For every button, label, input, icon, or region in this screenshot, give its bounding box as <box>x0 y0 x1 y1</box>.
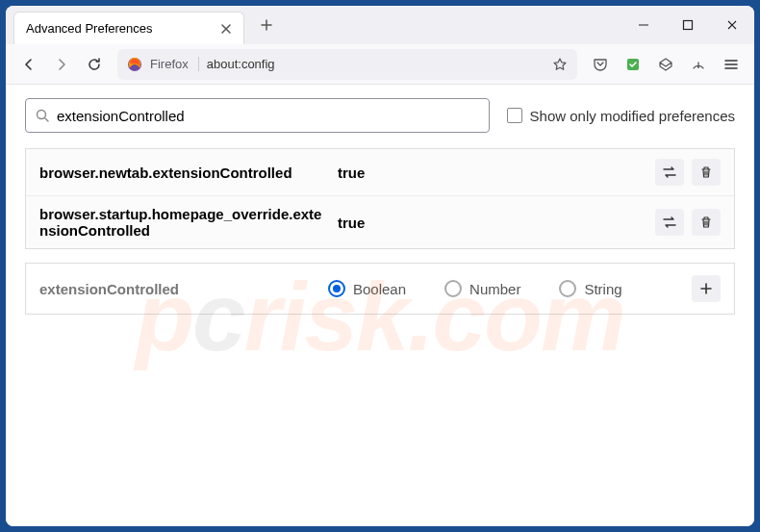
search-box[interactable] <box>25 98 490 133</box>
pref-value: true <box>338 215 646 231</box>
new-pref-name: extensionControlled <box>39 281 328 297</box>
radio-label: Number <box>469 281 520 297</box>
extension-icon[interactable] <box>618 49 648 80</box>
radio-boolean[interactable]: Boolean <box>328 280 406 297</box>
pref-actions <box>655 159 721 186</box>
svg-point-4 <box>38 111 46 119</box>
radio-icon <box>559 280 576 297</box>
maximize-button[interactable] <box>666 6 710 44</box>
back-button[interactable] <box>13 49 44 80</box>
reload-button[interactable] <box>79 49 110 80</box>
toggle-button[interactable] <box>655 159 684 186</box>
search-input[interactable] <box>57 108 479 124</box>
window-controls <box>621 6 754 44</box>
toggle-button[interactable] <box>655 209 684 236</box>
svg-point-3 <box>697 66 699 68</box>
radio-icon <box>328 280 345 297</box>
radio-icon <box>444 280 462 297</box>
forward-button[interactable] <box>46 49 77 80</box>
minimize-button[interactable] <box>621 6 666 44</box>
browser-window: Advanced Preferences <box>6 6 754 526</box>
radio-number[interactable]: Number <box>444 280 520 297</box>
checkbox-icon <box>507 108 522 123</box>
add-pref-button[interactable] <box>692 275 721 302</box>
config-content: pcrisk.com Show only modified preference… <box>6 85 754 526</box>
pref-name: browser.newtab.extensionControlled <box>39 165 328 181</box>
pref-list: browser.newtab.extensionControlled true … <box>25 148 735 249</box>
new-pref-row: extensionControlled Boolean Number Strin… <box>25 263 735 315</box>
search-icon <box>36 109 49 122</box>
url-bar[interactable]: Firefox about:config <box>117 49 577 80</box>
account-icon[interactable] <box>650 49 681 80</box>
pref-row[interactable]: browser.startup.homepage_override.extens… <box>26 195 734 248</box>
radio-label: Boolean <box>353 281 406 297</box>
nav-toolbar: Firefox about:config <box>6 44 754 85</box>
type-radio-group: Boolean Number String <box>328 280 692 297</box>
radio-string[interactable]: String <box>559 280 621 297</box>
svg-rect-0 <box>684 21 693 30</box>
close-window-button[interactable] <box>710 6 754 44</box>
delete-button[interactable] <box>692 209 721 236</box>
pref-row[interactable]: browser.newtab.extensionControlled true <box>26 149 734 195</box>
identity-label: Firefox <box>150 57 199 71</box>
search-row: Show only modified preferences <box>25 98 735 133</box>
menu-icon[interactable] <box>716 49 747 80</box>
gauge-icon[interactable] <box>683 49 714 80</box>
radio-label: String <box>584 281 621 297</box>
new-tab-button[interactable] <box>252 11 281 39</box>
pocket-icon[interactable] <box>585 49 616 80</box>
browser-tab[interactable]: Advanced Preferences <box>13 12 244 44</box>
bookmark-star-icon[interactable] <box>552 57 568 72</box>
pref-actions <box>655 209 721 236</box>
pref-value: true <box>338 165 646 181</box>
close-tab-icon[interactable] <box>220 23 232 35</box>
tab-title: Advanced Preferences <box>26 21 211 36</box>
titlebar: Advanced Preferences <box>6 6 754 44</box>
show-modified-label: Show only modified preferences <box>530 108 735 124</box>
delete-button[interactable] <box>692 159 721 186</box>
firefox-logo-icon <box>127 57 142 72</box>
show-modified-checkbox[interactable]: Show only modified preferences <box>507 108 735 124</box>
pref-name: browser.startup.homepage_override.extens… <box>39 206 328 239</box>
url-text: about:config <box>207 57 545 71</box>
